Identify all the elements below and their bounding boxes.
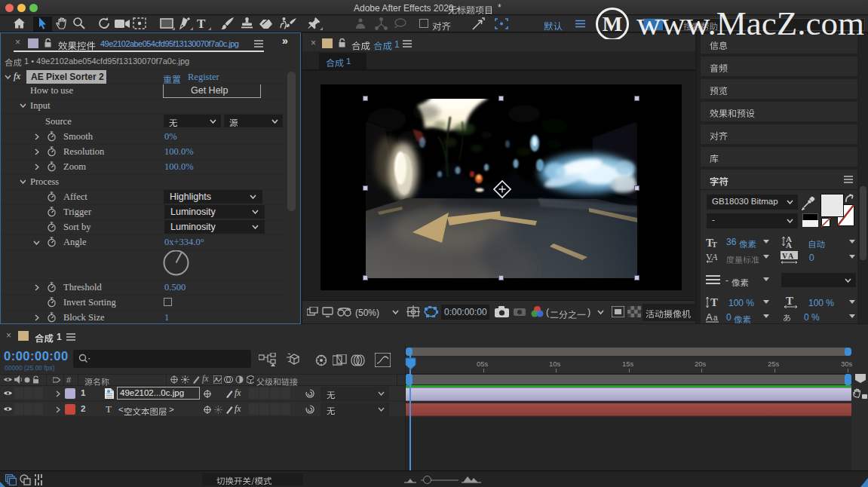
svg-text:a: a — [713, 314, 718, 322]
svg-text:T: T — [786, 296, 793, 307]
svg-text:A: A — [788, 252, 794, 260]
svg-text:M: M — [603, 12, 622, 35]
svg-text:A: A — [786, 240, 792, 249]
svg-text:A: A — [706, 311, 713, 323]
svg-text:T: T — [712, 240, 717, 248]
svg-text:V: V — [782, 252, 788, 260]
svg-text:T: T — [710, 296, 718, 308]
svg-text:www.MacZ.com: www.MacZ.com — [636, 5, 864, 39]
svg-text:A: A — [711, 252, 718, 262]
